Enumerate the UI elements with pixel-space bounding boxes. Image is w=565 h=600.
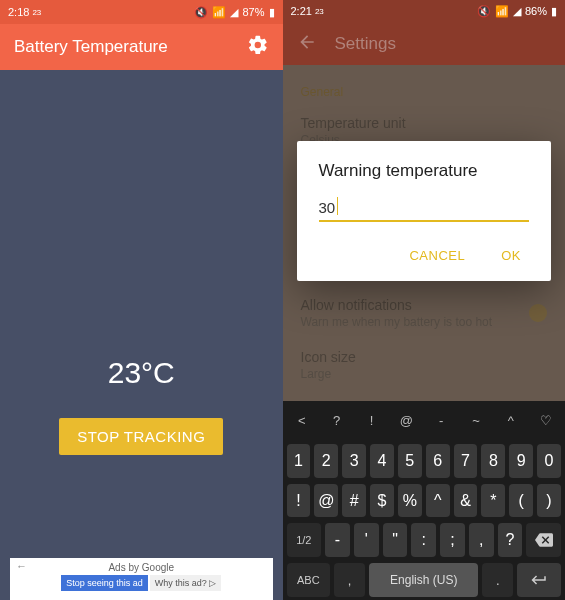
key-sym[interactable]: ?	[321, 404, 352, 438]
status-time-sub: 23	[32, 8, 41, 17]
key-enter[interactable]	[517, 563, 561, 597]
key-char[interactable]: $	[370, 484, 394, 518]
key-char[interactable]: *	[481, 484, 505, 518]
key-char[interactable]: @	[314, 484, 338, 518]
key-char[interactable]: ?	[498, 523, 523, 557]
key-char[interactable]: -	[325, 523, 350, 557]
soft-keyboard: < ? ! @ - ~ ^ ♡ 1 2 3 4 5 6 7 8 9 0 ! @ …	[283, 401, 566, 600]
ad-banner[interactable]: ← Ads by Google Stop seeing this ad Why …	[10, 558, 273, 600]
status-time: 2:18	[8, 6, 29, 18]
key-5[interactable]: 5	[398, 444, 422, 478]
battery-percent: 86%	[525, 5, 547, 17]
dialog-title: Warning temperature	[319, 161, 530, 181]
wifi-icon: 📶	[212, 6, 226, 19]
key-sym[interactable]: ^	[495, 404, 526, 438]
key-0[interactable]: 0	[537, 444, 561, 478]
keyboard-row-2: ! @ # $ % ^ & * ( )	[283, 481, 566, 521]
key-char[interactable]: )	[537, 484, 561, 518]
app-title: Battery Temperature	[14, 37, 168, 57]
key-7[interactable]: 7	[454, 444, 478, 478]
keyboard-row-1: 1 2 3 4 5 6 7 8 9 0	[283, 441, 566, 481]
cancel-button[interactable]: CANCEL	[405, 240, 469, 271]
battery-percent: 87%	[242, 6, 264, 18]
key-9[interactable]: 9	[509, 444, 533, 478]
stop-tracking-button[interactable]: STOP TRACKING	[59, 418, 223, 455]
warning-temperature-dialog: Warning temperature CANCEL OK	[297, 141, 552, 281]
key-1[interactable]: 1	[287, 444, 311, 478]
key-backspace[interactable]	[526, 523, 561, 557]
text-cursor	[337, 197, 338, 215]
key-char[interactable]: :	[411, 523, 436, 557]
key-char[interactable]: #	[342, 484, 366, 518]
signal-icon: ◢	[513, 5, 521, 18]
wifi-icon: 📶	[495, 5, 509, 18]
key-comma[interactable]: ,	[334, 563, 365, 597]
status-icons: 🔇 📶 ◢ 86% ▮	[477, 5, 557, 18]
settings-body: General Temperature unit Celsius Allow n…	[283, 65, 566, 401]
key-4[interactable]: 4	[370, 444, 394, 478]
battery-icon: ▮	[551, 5, 557, 18]
ad-title: Ads by Google	[18, 560, 265, 573]
app-bar: Battery Temperature	[0, 24, 283, 70]
key-dot[interactable]: .	[482, 563, 513, 597]
status-bar: 2:21 23 🔇 📶 ◢ 86% ▮	[283, 0, 566, 22]
key-8[interactable]: 8	[481, 444, 505, 478]
app-bar: Settings	[283, 22, 566, 65]
key-char[interactable]: ,	[469, 523, 494, 557]
screen-settings: 2:21 23 🔇 📶 ◢ 86% ▮ Settings General Tem…	[283, 0, 566, 600]
key-char[interactable]: ^	[426, 484, 450, 518]
key-char[interactable]: (	[509, 484, 533, 518]
key-sym[interactable]: !	[356, 404, 387, 438]
key-2[interactable]: 2	[314, 444, 338, 478]
battery-icon: ▮	[269, 6, 275, 19]
key-abc[interactable]: ABC	[287, 563, 331, 597]
main-content: 23°C STOP TRACKING ← Ads by Google Stop …	[0, 70, 283, 600]
ad-why-button[interactable]: Why this ad? ▷	[150, 575, 222, 591]
key-sym[interactable]: ♡	[530, 404, 561, 438]
key-space[interactable]: English (US)	[369, 563, 478, 597]
key-char[interactable]: "	[383, 523, 408, 557]
mute-icon: 🔇	[477, 5, 491, 18]
key-6[interactable]: 6	[426, 444, 450, 478]
ad-back-icon[interactable]: ←	[16, 560, 27, 572]
key-sym[interactable]: ~	[461, 404, 492, 438]
settings-title: Settings	[335, 34, 396, 54]
keyboard-row-4: ABC , English (US) .	[283, 560, 566, 600]
key-3[interactable]: 3	[342, 444, 366, 478]
mute-icon: 🔇	[194, 6, 208, 19]
status-time-sub: 23	[315, 7, 324, 16]
key-sym[interactable]: @	[391, 404, 422, 438]
key-sym[interactable]: -	[426, 404, 457, 438]
keyboard-row-3: 1/2 - ' " : ; , ?	[283, 520, 566, 560]
key-char[interactable]: ;	[440, 523, 465, 557]
screen-main: 2:18 23 🔇 📶 ◢ 87% ▮ Battery Temperature …	[0, 0, 283, 600]
key-char[interactable]: !	[287, 484, 311, 518]
status-bar: 2:18 23 🔇 📶 ◢ 87% ▮	[0, 0, 283, 24]
ad-stop-button[interactable]: Stop seeing this ad	[61, 575, 148, 591]
key-sym[interactable]: <	[287, 404, 318, 438]
ok-button[interactable]: OK	[497, 240, 525, 271]
warning-temperature-input[interactable]	[319, 195, 530, 222]
key-char[interactable]: &	[454, 484, 478, 518]
status-icons: 🔇 📶 ◢ 87% ▮	[194, 6, 274, 19]
back-icon[interactable]	[297, 32, 317, 56]
temperature-display: 23°C	[108, 356, 175, 390]
key-char[interactable]: %	[398, 484, 422, 518]
signal-icon: ◢	[230, 6, 238, 19]
key-page[interactable]: 1/2	[287, 523, 322, 557]
status-time: 2:21	[291, 5, 312, 17]
key-char[interactable]: '	[354, 523, 379, 557]
settings-icon[interactable]	[247, 34, 269, 60]
keyboard-suggestion-row: < ? ! @ - ~ ^ ♡	[283, 401, 566, 441]
